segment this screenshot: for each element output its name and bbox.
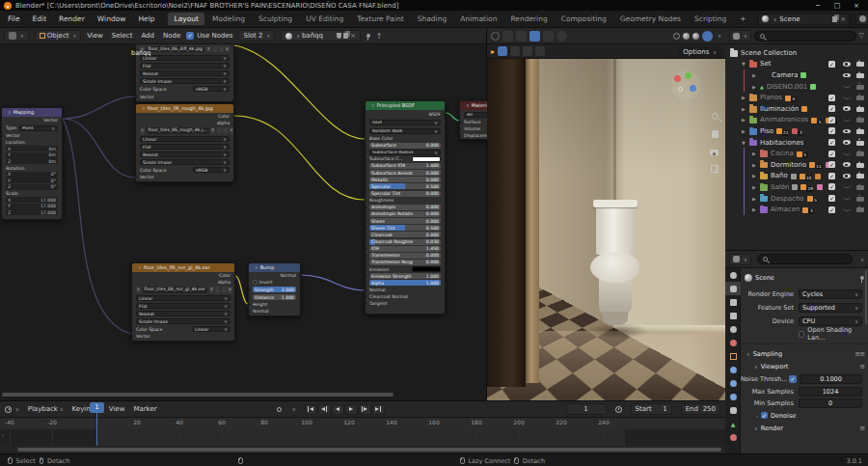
outliner-row-piso[interactable]: ▶Piso213✓ [725,125,868,137]
device-dropdown[interactable]: CPU∨ [799,316,862,327]
eye-open-icon[interactable] [842,60,851,69]
eye-closed-icon[interactable] [842,94,851,102]
unlink-image-icon[interactable]: × [230,127,233,134]
select-lasso-tool-icon[interactable] [523,46,532,56]
exclude-checkbox[interactable]: ✓ [828,105,835,112]
principled-param-subsurface[interactable]: Subsurface0.000 [366,142,445,149]
menu-render[interactable]: Render [59,14,85,23]
render-visibility-icon[interactable] [855,94,864,102]
outliner-row-set[interactable]: ▼Set✓ [725,59,868,70]
shading-rendered-icon[interactable] [702,31,713,41]
principled-distribution[interactable]: GGX∨ [366,118,445,126]
properties-options-icon[interactable]: ∨ [860,257,864,262]
timeline-scrollbar[interactable] [17,448,721,452]
principled-param-specular-tint[interactable]: Specular Tint0.000 [366,190,445,197]
transform-tool-icon[interactable] [535,46,545,56]
active-tool-cursor-icon[interactable]: ▸ [491,47,495,56]
principled-param-tangent[interactable]: Tangent [366,300,445,307]
workspace-tab-layout[interactable]: Layout [168,13,204,25]
principled-sss-method[interactable]: Random Walk∨ [366,126,445,135]
properties-tab-tool[interactable] [725,268,741,282]
rough-projection[interactable]: Flat∨ [136,143,233,151]
close-button[interactable]: × [849,2,864,10]
normal-image-name[interactable]: floor_tiles_06_nor_gl_4k.exr [143,287,208,293]
diff-users-count[interactable]: 3 [206,46,211,53]
expand-icon[interactable]: ▶ [741,106,746,112]
node-bump[interactable]: ∨Bump Normal Invert Strength2.000 Distan… [248,262,301,316]
minimize-button[interactable]: ─ [810,2,826,10]
exclude-checkbox[interactable]: ✓ [828,173,835,179]
outliner-row-cocina[interactable]: ▶Cocina5✓ [725,148,868,159]
sampling-panel-header[interactable]: ∨Sampling≡≡ [741,347,868,360]
new-image-icon[interactable] [222,287,227,293]
properties-search[interactable] [757,254,854,264]
principled-param-metallic[interactable]: Metallic0.000 [366,177,445,183]
menu-help[interactable]: Help [138,14,154,23]
min-samples-value[interactable]: 0 [799,398,862,409]
socket-normal-out[interactable] [299,274,300,278]
expand-icon[interactable]: ▶ [751,72,757,78]
new-material-icon[interactable] [343,33,348,39]
socket-in[interactable] [366,151,366,154]
node-mapping[interactable]: ∨Mapping Vector Type:Point∨ Vector Locat… [1,107,63,220]
principled-param-clearcoat-roughness[interactable]: Clearcoat Roughness0.030 [366,238,445,245]
normal-extension[interactable]: Repeat∨ [132,310,234,317]
normal-users-count[interactable]: 3 [209,287,214,293]
preview-range-icon[interactable] [615,406,622,413]
bump-input-height[interactable]: Height [249,301,300,308]
slot-dropdown[interactable]: Slot 2 ∨ [238,30,275,41]
exclude-checkbox[interactable]: ✓ [828,61,835,68]
frame-start-field[interactable]: Start1 [631,403,672,415]
principled-header[interactable]: ∨Principled BSDF [366,101,445,110]
properties-tab-constraints[interactable] [725,403,741,417]
node-material-output[interactable]: ∨Material All Surface Volume Displacemen… [459,100,487,140]
render-visibility-icon[interactable] [855,70,864,79]
feature-set-dropdown[interactable]: Supported∨ [799,303,862,314]
filter-icon[interactable]: ▽ [859,32,864,40]
fake-user-icon[interactable] [217,127,222,134]
render-visibility-icon[interactable] [855,172,864,180]
principled-param-sheen[interactable]: Sheen0.000 [366,218,445,225]
eye-open-icon[interactable] [842,126,851,135]
render-visibility-icon[interactable] [855,138,864,147]
shader-menu-node[interactable]: Node [163,32,180,40]
principled-param-anisotropic-rotation[interactable]: Anisotropic Rotation0.000 [366,210,445,217]
workspace-tab-+[interactable]: + [734,13,751,25]
playhead-line[interactable] [96,412,98,446]
menu-marker[interactable]: Marker [133,405,156,413]
pivot-point-icon[interactable] [516,31,527,41]
principled-param-subsurface-anisotropy[interactable]: Subsurface Anisotropy0.000 [366,170,445,177]
proportional-edit-icon[interactable] [491,32,500,41]
eye-closed-icon[interactable] [842,182,851,191]
bump-strength[interactable]: Strength2.000 [249,286,300,293]
menu-window[interactable]: Window [97,14,126,23]
shader-menu-view[interactable]: View [87,32,103,40]
diff-projection[interactable]: Flat∨ [136,62,233,69]
expand-icon[interactable]: ▶ [751,84,757,90]
normal-output-alpha[interactable]: Alpha [132,279,234,286]
select-circle-tool-icon[interactable] [510,46,520,56]
socket-in[interactable] [366,206,366,209]
camera-view-icon[interactable] [710,150,719,155]
rough-interpolation[interactable]: Linear∨ [136,135,233,143]
timeline-editor-type[interactable]: ∨ [5,406,19,413]
principled-param-subsurface-radius[interactable]: Subsurface Radius∨ [366,149,445,155]
pin-icon[interactable] [366,34,370,38]
outliner-row-ba-o[interactable]: ▶Baño10✓ [725,171,868,182]
output-input-displacement[interactable]: Displacement [460,132,487,139]
auto-keying-icon[interactable] [277,407,282,412]
socket-in[interactable] [366,171,366,175]
normal-source[interactable]: Single Image∨ [132,317,234,325]
outliner-row-planos[interactable]: ▶Planos4✓ [725,92,868,103]
playhead[interactable]: 1 [90,402,104,413]
outliner-search[interactable] [754,31,856,41]
jump-to-end-button[interactable] [372,404,385,415]
socket-in[interactable] [366,260,366,264]
socket-vector-in[interactable] [132,335,133,339]
principled-param-anisotropic[interactable]: Anisotropic0.000 [366,204,445,210]
rough-users-count[interactable]: 3 [210,127,215,134]
expand-icon[interactable]: ▶ [741,117,746,123]
workspace-tab-shading[interactable]: Shading [412,13,452,25]
bump-node-header[interactable]: ∨Bump [249,263,300,272]
workspace-tab-rendering[interactable]: Rendering [504,13,553,25]
